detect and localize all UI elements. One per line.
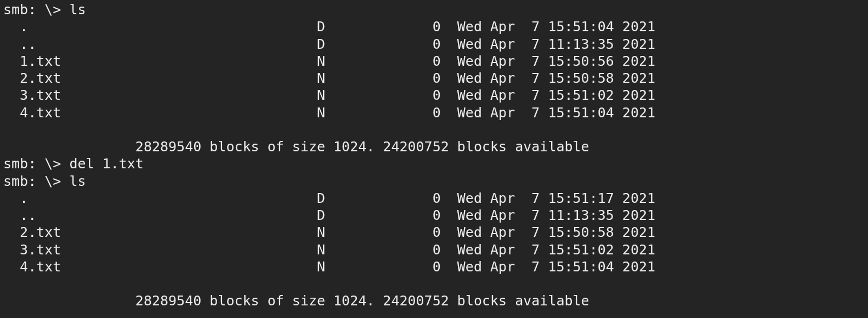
listing1-summary-line: 28289540 blocks of size 1024. 24200752 b… — [3, 139, 589, 155]
listing2-summary: 28289540 blocks of size 1024. 24200752 b… — [135, 293, 589, 309]
prompt: smb: \> — [3, 2, 69, 18]
command-del: del 1.txt — [69, 156, 143, 172]
listing2-block: . D 0 Wed Apr 7 15:51:17 2021 .. D 0 Wed… — [3, 190, 655, 275]
listing1-summary: 28289540 blocks of size 1024. 24200752 b… — [135, 139, 589, 155]
prompt: smb: \> — [3, 173, 69, 189]
listing1-block: . D 0 Wed Apr 7 15:51:04 2021 .. D 0 Wed… — [3, 19, 655, 120]
command-ls: ls — [69, 2, 86, 18]
command-ls-2: ls — [69, 173, 86, 189]
terminal-output[interactable]: smb: \> ls . D 0 Wed Apr 7 15:51:04 2021… — [0, 0, 868, 318]
prompt: smb: \> — [3, 156, 69, 172]
listing2-summary-line: 28289540 blocks of size 1024. 24200752 b… — [3, 293, 589, 309]
